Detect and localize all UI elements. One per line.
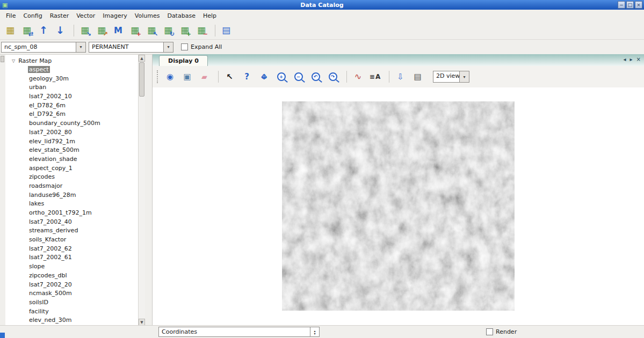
upload-icon[interactable]: ↑ <box>37 24 50 38</box>
toolbar-separator <box>346 71 347 83</box>
chevron-down-icon[interactable]: ▾ <box>459 71 469 82</box>
tree-item[interactable]: lsat7_2002_62 <box>5 245 138 254</box>
tree-item[interactable]: ortho_2001_t792_1m <box>5 209 138 218</box>
new-display-icon[interactable]: ▦ <box>3 24 17 38</box>
close-button[interactable]: × <box>635 1 642 9</box>
chevron-down-icon[interactable]: ▾ <box>163 42 173 52</box>
location-value: nc_spm_08 <box>2 42 76 52</box>
attribute-table-icon[interactable]: ▤ <box>219 24 233 38</box>
tree-item[interactable]: lsat7_2002_61 <box>5 253 138 262</box>
pane-grip[interactable] <box>1 56 4 62</box>
tab-prev-icon[interactable]: ◂ <box>624 56 626 62</box>
reload-tree-icon[interactable]: ▦↻ <box>161 24 175 38</box>
tree-item[interactable]: zipcodes <box>5 173 138 182</box>
spinner-icon[interactable]: ▴ ▾ <box>310 327 319 336</box>
tree-item[interactable]: zipcodes_dbl <box>5 271 138 281</box>
zoom-back-icon[interactable]: ↶ <box>308 70 323 84</box>
zoom-extent-icon[interactable]: ↷ <box>325 70 340 84</box>
tree-item[interactable]: roadsmajor <box>5 182 138 191</box>
view-mode-value: 2D view <box>433 71 459 82</box>
tree-item[interactable]: elevation_shade <box>5 155 138 164</box>
add-mapset-icon[interactable]: ▦+ <box>178 24 192 38</box>
collapse-icon[interactable]: ▽ <box>12 58 15 63</box>
toolbar-grip[interactable] <box>157 70 158 83</box>
maximize-button[interactable]: □ <box>626 1 634 9</box>
app-icon: ▣ <box>2 2 8 8</box>
save-display-icon[interactable]: ⇩ <box>393 70 408 84</box>
tree-item[interactable]: lsat7_2002_40 <box>5 218 138 227</box>
tree-item[interactable]: soils_Kfactor <box>5 236 138 245</box>
toolbar-separator <box>74 25 74 36</box>
tab-close-icon[interactable]: × <box>636 56 641 62</box>
tree-item[interactable]: elev_lid792_1m <box>5 137 138 146</box>
menu-help[interactable]: Help <box>199 11 220 21</box>
scroll-up-icon[interactable]: ▲ <box>139 55 145 62</box>
tree-item[interactable]: lsat7_2002_80 <box>5 128 138 137</box>
tree-item[interactable]: boundary_county_500m <box>5 119 138 128</box>
menu-raster[interactable]: Raster <box>46 11 73 21</box>
tree-item[interactable]: el_D792_6m <box>5 110 138 119</box>
pan-icon[interactable]: ↔ ↕ <box>257 70 271 84</box>
tree-item[interactable]: lsat7_2002_10 <box>5 92 138 101</box>
copy-map-icon[interactable]: ▦⇄ <box>20 24 34 38</box>
view-mode-combobox[interactable]: 2D view ▾ <box>433 71 469 83</box>
menu-volumes[interactable]: Volumes <box>131 11 164 21</box>
tree-item[interactable]: slope <box>5 262 138 271</box>
menu-vector[interactable]: Vector <box>73 11 99 21</box>
download-icon[interactable]: ↓ <box>53 24 67 38</box>
render-display-icon[interactable]: ▣ <box>180 70 194 84</box>
tree-item-aspect[interactable]: aspect <box>5 65 138 75</box>
tree-item[interactable]: landuse96_28m <box>5 191 138 200</box>
zoom-out-icon[interactable]: − <box>291 70 306 84</box>
tree-node-raster-map[interactable]: ▽ Raster Map <box>5 56 138 65</box>
menu-imagery[interactable]: Imagery <box>99 11 131 21</box>
delete-map-icon[interactable]: ▦− <box>194 24 208 38</box>
add-overlay-icon[interactable]: ≡A <box>368 70 382 84</box>
tree-item[interactable]: el_D782_6m <box>5 101 138 111</box>
tree-item[interactable]: urban <box>5 83 138 92</box>
chevron-down-icon[interactable]: ▾ <box>76 42 85 52</box>
import-raster-icon[interactable]: ▦↘ <box>78 24 92 38</box>
erase-display-icon[interactable]: ▰ <box>197 70 212 84</box>
minimize-button[interactable]: − <box>618 1 625 9</box>
render-checkbox[interactable] <box>486 328 493 335</box>
query-icon[interactable]: ? <box>240 70 254 84</box>
show-layers-icon[interactable]: ◉ <box>163 70 177 84</box>
pointer-icon[interactable]: ↖ <box>222 70 237 84</box>
menu-config[interactable]: Config <box>19 11 46 21</box>
map-canvas[interactable] <box>153 87 644 326</box>
zoom-in-icon[interactable]: + <box>274 70 288 84</box>
tree-item[interactable]: elev_ned_30m <box>5 316 138 325</box>
expand-all-group[interactable]: Expand All <box>181 43 222 50</box>
tree-item[interactable]: streams_derived <box>5 226 138 236</box>
location-combobox[interactable]: nc_spm_08 ▾ <box>1 42 86 53</box>
tab-nav: ◂ ▸ × <box>624 56 641 62</box>
tree-item[interactable]: lsat7_2002_20 <box>5 281 138 290</box>
tree-item[interactable]: ncmask_500m <box>5 289 138 298</box>
expand-all-checkbox[interactable] <box>181 43 188 50</box>
render-checkbox-group[interactable]: Render <box>486 328 517 335</box>
analyze-icon[interactable]: ∿ <box>351 70 365 84</box>
tree-scrollbar[interactable]: ▲ ▼ <box>138 55 145 326</box>
import-vector-icon[interactable]: ▦↖ <box>144 24 158 38</box>
tree-item[interactable]: elev_state_500m <box>5 146 138 155</box>
search-modules-icon[interactable]: M <box>111 24 125 38</box>
titlebar[interactable]: ▣ Data Catalog − □ × <box>0 0 644 10</box>
export-raster-icon[interactable]: ▦↗ <box>95 24 108 38</box>
tree-item[interactable]: geology_30m <box>5 75 138 84</box>
tree-item[interactable]: aspect_copy_1 <box>5 164 138 173</box>
menu-file[interactable]: File <box>2 11 19 21</box>
tree-item[interactable]: facility <box>5 307 138 317</box>
statusbar-mode-combobox[interactable]: Coordinates ▴ ▾ <box>158 327 320 337</box>
scrollbar-thumb[interactable] <box>139 62 144 97</box>
menu-database[interactable]: Database <box>163 11 199 21</box>
window-controls: − □ × <box>618 1 642 9</box>
create-mapset-icon[interactable]: ▦+ <box>128 24 142 38</box>
tree-item[interactable]: lakes <box>5 200 138 209</box>
tree-item[interactable]: soilsID <box>5 298 138 307</box>
tab-next-icon[interactable]: ▸ <box>630 56 633 62</box>
display-tabstrip: Display 0 ◂ ▸ × <box>153 54 644 66</box>
print-icon[interactable]: ▤ <box>410 70 425 84</box>
mapset-combobox[interactable]: PERMANENT ▾ <box>89 42 173 53</box>
tab-display-0[interactable]: Display 0 <box>159 55 208 66</box>
